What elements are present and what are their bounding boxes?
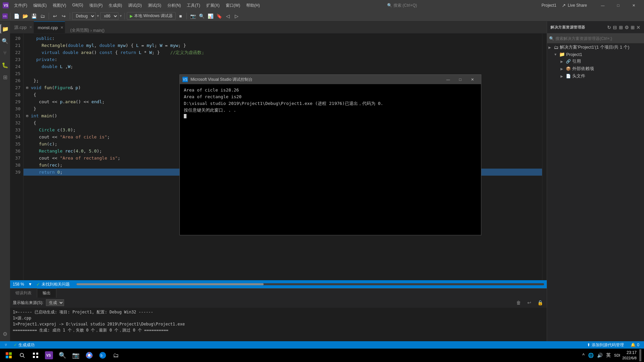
taskbar-search-icon[interactable]: 🔍: [56, 349, 68, 361]
menu-extensions[interactable]: 扩展(X): [204, 1, 222, 10]
chevron-icon[interactable]: ^: [582, 353, 585, 358]
stop-btn[interactable]: ■: [176, 12, 184, 20]
solution-search-input[interactable]: [555, 36, 642, 41]
window-controls: — □ ✕: [595, 0, 641, 11]
tree-external-deps[interactable]: ▶ 📦 外部依赖项: [547, 65, 644, 72]
redo-btn[interactable]: ↪: [60, 12, 68, 20]
maximize-button[interactable]: □: [610, 0, 626, 11]
menu-project[interactable]: 项目(P): [87, 1, 105, 10]
debug-close-btn[interactable]: ✕: [466, 75, 478, 84]
minimize-button[interactable]: —: [595, 0, 610, 11]
run-debugger-button[interactable]: ▶ 本地 Windows 调试器: [127, 12, 176, 20]
new-file-btn[interactable]: 📄: [12, 12, 20, 20]
tree-references[interactable]: ▶ 🔗 引用: [547, 58, 644, 65]
taskbar-time-display[interactable]: 23:17 2022/6/8: [622, 350, 637, 361]
tab-output[interactable]: 输出: [37, 288, 56, 298]
activity-explorer[interactable]: 📁: [0, 24, 10, 34]
tab-monst-cpp[interactable]: monst.cpp ✕: [34, 21, 65, 33]
activity-search[interactable]: 🔍: [0, 36, 10, 46]
menu-edit[interactable]: 编辑(E): [31, 1, 49, 10]
add-source-control[interactable]: ⬆ 添加到源代码管理: [585, 341, 626, 349]
tab-yuan-close[interactable]: ✕: [29, 25, 32, 29]
profile-btn[interactable]: 📊: [206, 12, 214, 20]
search-btn[interactable]: 🔍: [198, 12, 206, 20]
task-view-btn[interactable]: [30, 349, 42, 361]
output-lock-btn[interactable]: 🔒: [536, 299, 544, 307]
close-panel-icon[interactable]: ✕: [636, 25, 641, 30]
activity-settings[interactable]: ⚙: [0, 329, 10, 339]
zoom-down[interactable]: ▼: [28, 282, 32, 287]
volume-icon[interactable]: 🔊: [596, 353, 603, 358]
screenshot-btn[interactable]: 📷: [189, 12, 197, 20]
collapse-icon[interactable]: ⊟: [613, 25, 617, 30]
network-icon[interactable]: 🌐: [587, 353, 594, 358]
menu-analyze[interactable]: 分析(N): [165, 1, 184, 10]
horizontal-scrollbar[interactable]: [76, 283, 544, 285]
activity-git[interactable]: ⑂: [0, 48, 10, 58]
tab-errors[interactable]: 错误列表: [10, 288, 37, 298]
minimap[interactable]: [542, 34, 547, 280]
save-all-btn[interactable]: 🗂: [39, 12, 47, 20]
taskbar-camera-icon[interactable]: 📷: [70, 349, 82, 361]
breadcrumb-symbol[interactable]: main(): [93, 28, 105, 33]
tree-solution[interactable]: ▶ 🗂 解决方案'Project1'(1 个项目/共 1 个): [547, 44, 644, 51]
debug-maximize-btn[interactable]: □: [454, 75, 466, 84]
save-btn[interactable]: 💾: [30, 12, 38, 20]
lang-indicator[interactable]: 英: [605, 352, 611, 358]
debug-console-window[interactable]: VS Microsoft Visual Studio 调试控制台 — □ ✕ A…: [179, 74, 481, 235]
debug-config-dropdown[interactable]: Debug: [72, 12, 96, 20]
menu-view[interactable]: 视图(V): [50, 1, 69, 10]
menu-git[interactable]: Git(G): [69, 1, 86, 10]
build-status[interactable]: ✓ 生成成功: [12, 341, 37, 349]
toolbar-sep-3: [70, 13, 70, 19]
sync-icon[interactable]: ↻: [607, 25, 611, 30]
breadcrumb-scope[interactable]: (全局范围): [70, 27, 89, 33]
title-search-text[interactable]: 搜索 (Ctrl+Q): [393, 3, 417, 8]
output-wrap-btn[interactable]: ↩: [525, 299, 533, 307]
activity-extensions[interactable]: ⊞: [0, 72, 10, 82]
start-button[interactable]: [3, 349, 15, 361]
menu-debug[interactable]: 调试(D): [125, 1, 145, 10]
activity-debug[interactable]: 🐛: [0, 60, 10, 70]
source-icon: ⬆: [587, 343, 590, 347]
menu-test[interactable]: 测试(S): [145, 1, 164, 10]
platform-dropdown[interactable]: x86: [100, 12, 118, 20]
tree-headers[interactable]: ▶ 📄 头文件: [547, 72, 644, 80]
git-status[interactable]: ⑂: [3, 341, 9, 349]
taskbar-search[interactable]: [16, 350, 28, 360]
svg-text:VS: VS: [3, 15, 7, 18]
open-btn[interactable]: 📂: [21, 12, 29, 20]
filter-icon[interactable]: ⊞: [619, 25, 623, 30]
fold-icon-33: [26, 126, 31, 133]
tab-monst-close[interactable]: ✕: [60, 25, 63, 30]
settings-icon[interactable]: ⚙: [625, 25, 629, 30]
taskbar-vs-icon[interactable]: VS: [43, 349, 55, 361]
menu-tools[interactable]: 工具(T): [184, 1, 203, 10]
output-toolbar: 显示输出来源(S): 生成 🗑 ↩ 🔒: [10, 298, 547, 308]
output-clear-btn[interactable]: 🗑: [515, 299, 523, 307]
menu-help[interactable]: 帮助(H): [244, 1, 263, 10]
taskbar-chrome-icon[interactable]: [83, 349, 95, 361]
debug-minimize-btn[interactable]: —: [442, 75, 454, 84]
nav-next-btn[interactable]: ▷: [232, 12, 240, 20]
close-button[interactable]: ✕: [626, 0, 641, 11]
menu-window[interactable]: 窗口(W): [223, 1, 243, 10]
show-desktop-btn[interactable]: [639, 349, 641, 361]
tree-project[interactable]: ▼ 📁 Project1: [547, 51, 644, 58]
menu-file[interactable]: 文件(F): [11, 1, 30, 10]
output-source-select[interactable]: 生成: [46, 299, 64, 306]
nav-prev-btn[interactable]: ◁: [224, 12, 232, 20]
menu-build[interactable]: 生成(B): [106, 1, 125, 10]
fold-icon-20[interactable]: [26, 35, 31, 42]
notifications[interactable]: 🔔 0: [629, 341, 641, 349]
taskbar-app6-icon[interactable]: 🗂: [110, 349, 122, 361]
expand-panel-icon[interactable]: ⊞: [631, 25, 635, 30]
taskbar-app5-icon[interactable]: b: [97, 349, 109, 361]
tab-yuan-cpp[interactable]: 源.cpp ✕: [10, 21, 34, 33]
fold-icon-31[interactable]: ⊟: [26, 112, 31, 119]
fold-icon-29: [26, 98, 31, 105]
liveshare-button[interactable]: ↗ Live Share: [559, 1, 590, 9]
bookmark-btn[interactable]: 🔖: [215, 12, 223, 20]
undo-btn[interactable]: ↩: [51, 12, 59, 20]
fold-icon-27[interactable]: ⊟: [26, 84, 31, 91]
